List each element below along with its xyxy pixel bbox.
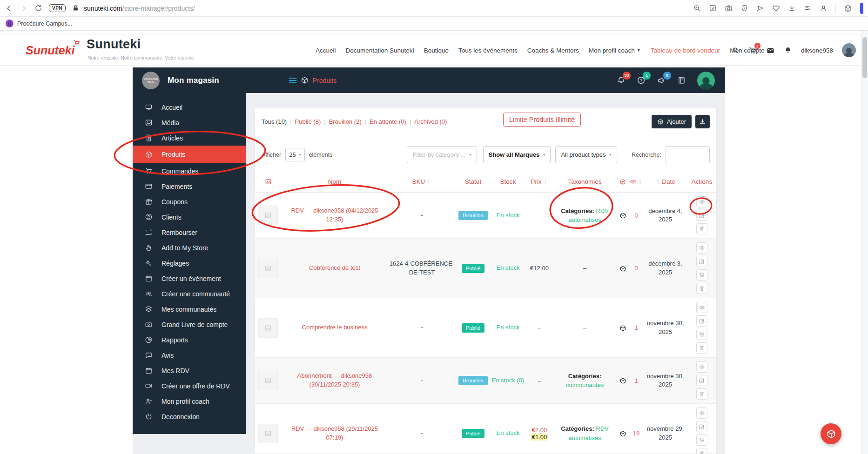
tune-icon[interactable] bbox=[804, 4, 812, 12]
delete-action-button[interactable] bbox=[696, 388, 707, 400]
edit-action-button[interactable] bbox=[696, 315, 707, 327]
col-price[interactable]: Prix bbox=[530, 176, 549, 187]
sidebar-item-deconnexion[interactable]: Deconnexion bbox=[133, 409, 246, 424]
help-button[interactable]: ? 1 bbox=[637, 76, 646, 85]
delete-action-button[interactable] bbox=[696, 342, 707, 354]
sidebar-item-articles[interactable]: Articles bbox=[133, 130, 246, 146]
heart-icon[interactable] bbox=[772, 4, 780, 12]
product-name-link[interactable]: Comprendre le business bbox=[301, 321, 369, 334]
tab-4[interactable]: En attente (0) bbox=[370, 118, 406, 125]
tab-3[interactable]: Brouillon (2) bbox=[329, 118, 362, 125]
address-bar[interactable]: sunuteki.com/store-manager/products/ bbox=[72, 5, 686, 12]
sidebar-item-mon-profil-coach[interactable]: Mon profil coach bbox=[133, 394, 246, 409]
site-logo[interactable]: Sunuteki bbox=[26, 38, 81, 62]
view-action-button[interactable] bbox=[696, 302, 707, 313]
nav-link-7[interactable]: Tableau de bord vendeur bbox=[651, 47, 720, 54]
sidebar-item-rapports[interactable]: Rapports bbox=[133, 332, 246, 347]
floating-add-button[interactable] bbox=[821, 423, 841, 444]
col-package[interactable] bbox=[619, 177, 627, 187]
col-sku[interactable]: SKU bbox=[411, 176, 433, 187]
product-name-link[interactable]: RDV — diksone958 (29/11/2025 07:19) bbox=[281, 423, 388, 444]
sidebar-item-mes-rdv[interactable]: Mes RDV bbox=[133, 363, 246, 378]
zoom-out-icon[interactable] bbox=[693, 4, 701, 12]
delete-action-button[interactable] bbox=[696, 448, 707, 454]
views-count[interactable]: 19 bbox=[632, 428, 640, 439]
extension-cube-icon[interactable] bbox=[844, 4, 852, 13]
back-icon[interactable] bbox=[5, 4, 13, 13]
breadcrumb-current[interactable]: Produits bbox=[313, 77, 336, 84]
import-products-button[interactable] bbox=[695, 115, 710, 128]
nav-link-6[interactable]: Mon profil coach▼ bbox=[589, 47, 641, 54]
product-type-filter[interactable]: All product types▾ bbox=[555, 146, 617, 163]
col-stock[interactable]: Stock bbox=[499, 176, 517, 187]
sidebar-item-add-to-my-store[interactable]: Add to My Store bbox=[133, 240, 246, 255]
vpn-badge[interactable]: VPN bbox=[49, 4, 66, 12]
views-count[interactable]: 1 bbox=[633, 375, 639, 386]
category-filter[interactable]: Filter by category ...▾ bbox=[407, 146, 477, 163]
edit-action-button[interactable] bbox=[696, 256, 707, 267]
store-logo-placeholder[interactable]: Your logo here bbox=[142, 72, 160, 89]
nav-link-1[interactable]: Accueil bbox=[316, 47, 336, 54]
edit-action-button[interactable] bbox=[696, 421, 707, 432]
col-name[interactable]: Nom bbox=[327, 176, 343, 187]
sidebar-item-clients[interactable]: Clients bbox=[133, 209, 246, 225]
tab-5[interactable]: Archived (0) bbox=[414, 118, 447, 125]
pinned-extension-icon[interactable] bbox=[860, 3, 863, 14]
sidebar-item-commandes[interactable]: Commandes bbox=[133, 163, 246, 179]
bell-icon[interactable] bbox=[784, 46, 792, 54]
search-icon[interactable] bbox=[732, 47, 740, 54]
shield-x-icon[interactable] bbox=[740, 4, 748, 12]
bookmark-item[interactable]: Procédure Campus... bbox=[17, 20, 72, 27]
col-date[interactable]: Date bbox=[654, 176, 676, 187]
add-product-button[interactable]: Ajouter bbox=[652, 115, 692, 128]
announcements-button[interactable]: 0 bbox=[657, 76, 666, 85]
sidebar-item-cr-er-une-communaut-[interactable]: Créer une communauté bbox=[133, 286, 246, 301]
sidebar-item-accueil[interactable]: Accueil bbox=[133, 100, 246, 115]
sidebar-item-rembourser[interactable]: Rembourser bbox=[133, 225, 246, 240]
menu-toggle-icon[interactable] bbox=[289, 78, 296, 83]
col-views[interactable] bbox=[629, 176, 644, 187]
sidebar-item-cr-er-un-v-nement[interactable]: Créer un événement bbox=[133, 271, 246, 286]
sidebar-item-avis[interactable]: Avis bbox=[133, 347, 246, 363]
sidebar-item-r-glages[interactable]: Réglages bbox=[133, 255, 246, 271]
brand-filter[interactable]: Show all Marques▾ bbox=[483, 146, 551, 163]
sidebar-item-coupons[interactable]: Coupons bbox=[133, 194, 246, 209]
tab-1[interactable]: Tous (10) bbox=[262, 118, 287, 125]
camera-icon[interactable] bbox=[725, 4, 733, 12]
page-size-select[interactable]: 25▾ bbox=[285, 148, 304, 161]
mail-icon[interactable] bbox=[766, 46, 775, 55]
sidebar-item-grand-livre-de-compte[interactable]: Grand Livre de compte bbox=[133, 317, 246, 332]
edit-action-button[interactable] bbox=[696, 375, 707, 386]
docs-book-icon[interactable] bbox=[677, 76, 686, 85]
delete-action-button[interactable] bbox=[696, 283, 707, 294]
product-name-link[interactable]: Abonnement — diksone958 (30/11/2025 20:3… bbox=[281, 370, 388, 391]
edit-note-icon[interactable] bbox=[709, 4, 717, 12]
views-count[interactable]: 0 bbox=[633, 210, 639, 221]
views-count[interactable]: 1 bbox=[633, 322, 639, 333]
delete-action-button[interactable] bbox=[696, 223, 707, 234]
sidebar-item-cr-er-une-offre-de-rdv[interactable]: Créer une offre de RDV bbox=[133, 378, 246, 394]
tab-2[interactable]: Publié (8) bbox=[295, 118, 321, 125]
search-input[interactable] bbox=[666, 146, 710, 163]
sidebar-item-m-dia[interactable]: Média bbox=[133, 115, 246, 130]
page-scrollbar[interactable] bbox=[861, 31, 868, 454]
forward-icon[interactable] bbox=[20, 4, 28, 13]
nav-link-2[interactable]: Documentation Sunuteki bbox=[346, 47, 414, 54]
nav-link-5[interactable]: Coachs & Mentors bbox=[527, 47, 579, 54]
view-action-button[interactable] bbox=[696, 196, 707, 207]
product-name-link[interactable]: RDV — diksone958 (04/12/2025 12:35) bbox=[281, 205, 388, 226]
refresh-icon[interactable] bbox=[34, 4, 42, 12]
profile-icon[interactable] bbox=[820, 4, 828, 12]
taxonomy-value[interactable]: communautes bbox=[566, 381, 604, 388]
nav-link-4[interactable]: Tous les événements bbox=[458, 47, 518, 54]
sidebar-item-paiements[interactable]: Paiements bbox=[133, 179, 246, 194]
sidebar-item-produits[interactable]: Produits bbox=[133, 146, 246, 163]
views-count[interactable]: 0 bbox=[633, 263, 639, 274]
user-avatar[interactable] bbox=[842, 43, 856, 57]
download-icon[interactable] bbox=[788, 4, 796, 12]
store-avatar[interactable] bbox=[697, 72, 715, 89]
cart-action-button[interactable] bbox=[696, 434, 707, 446]
view-action-button[interactable] bbox=[696, 242, 707, 254]
edit-action-button[interactable] bbox=[696, 210, 707, 221]
scrollbar-thumb[interactable] bbox=[862, 37, 867, 78]
